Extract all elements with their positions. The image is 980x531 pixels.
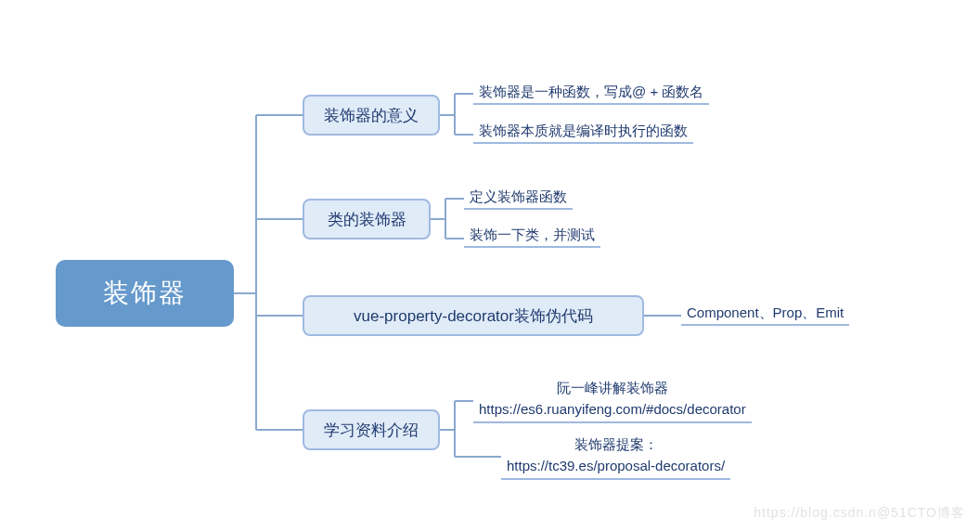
leaf-materials-1-line2: https://es6.ruanyifeng.com/#docs/decorat… [479,401,746,417]
leaf-meaning-1: 装饰器是一种函数，写成@ + 函数名 [473,84,709,105]
leaf-meaning-2-text: 装饰器本质就是编译时执行的函数 [479,123,688,140]
watermark-text: https://blog.csdn.n@51CTO博客 [754,505,965,520]
leaf-class-decorator-2: 装饰一下类，并测试 [464,227,600,248]
topic-materials: 学习资料介绍 [303,409,440,450]
leaf-vue-1: Component、Prop、Emit [681,304,849,326]
leaf-materials-2: 装饰器提案： https://tc39.es/proposal-decorato… [501,434,730,480]
watermark: https://blog.csdn.n@51CTO博客 [754,505,965,522]
root-label: 装饰器 [103,276,187,311]
leaf-materials-2-line2: https://tc39.es/proposal-decorators/ [507,458,725,473]
leaf-meaning-1-text: 装饰器是一种函数，写成@ + 函数名 [479,84,703,101]
topic-meaning: 装饰器的意义 [303,95,440,136]
topic-vue-label: vue-property-decorator装饰伪代码 [354,305,593,327]
leaf-class-decorator-1: 定义装饰器函数 [464,188,573,210]
leaf-materials-1-line1: 阮一峰讲解装饰器 [557,380,668,395]
leaf-vue-1-text: Component、Prop、Emit [687,304,844,322]
topic-class-decorator: 类的装饰器 [303,199,431,240]
topic-vue-property-decorator: vue-property-decorator装饰伪代码 [303,295,644,336]
topic-materials-label: 学习资料介绍 [324,420,419,441]
topic-class-decorator-label: 类的装饰器 [328,209,406,230]
root-node: 装饰器 [56,260,234,327]
leaf-class-decorator-1-text: 定义装饰器函数 [470,188,567,206]
leaf-materials-1: 阮一峰讲解装饰器 https://es6.ruanyifeng.com/#doc… [473,378,752,423]
leaf-meaning-2: 装饰器本质就是编译时执行的函数 [473,123,693,144]
leaf-materials-2-line1: 装饰器提案： [574,436,658,452]
leaf-class-decorator-2-text: 装饰一下类，并测试 [470,227,595,244]
topic-meaning-label: 装饰器的意义 [324,105,419,126]
